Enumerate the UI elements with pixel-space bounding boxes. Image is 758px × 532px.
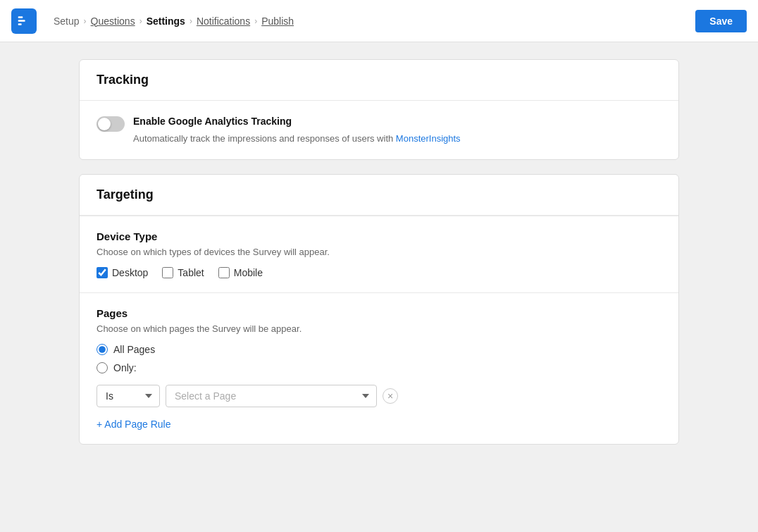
toggle-text: Enable Google Analytics Tracking Automat… xyxy=(133,115,461,145)
tracking-card-body: Enable Google Analytics Tracking Automat… xyxy=(80,101,678,159)
svg-rect-0 xyxy=(18,16,23,18)
only-radio-item[interactable]: Only: xyxy=(97,362,661,373)
all-pages-radio-item[interactable]: All Pages xyxy=(97,344,661,355)
add-page-rule-button[interactable]: + Add Page Rule xyxy=(97,419,170,430)
breadcrumb-questions[interactable]: Questions xyxy=(91,16,135,27)
desktop-checkbox-item[interactable]: Desktop xyxy=(97,267,148,278)
mobile-label: Mobile xyxy=(234,267,263,278)
tablet-label: Tablet xyxy=(178,267,204,278)
toggle-label: Enable Google Analytics Tracking xyxy=(133,115,461,129)
save-button[interactable]: Save xyxy=(695,10,747,32)
remove-rule-button[interactable]: × xyxy=(383,388,398,404)
breadcrumb-setup: Setup xyxy=(54,16,80,27)
breadcrumb-sep-1: › xyxy=(84,16,87,26)
targeting-card: Targeting Device Type Choose on which ty… xyxy=(79,174,679,445)
only-label: Only: xyxy=(113,362,137,373)
breadcrumb-sep-3: › xyxy=(190,16,192,26)
device-type-section: Device Type Choose on which types of dev… xyxy=(80,216,678,292)
tracking-card: Tracking Enable Google Analytics Trackin… xyxy=(79,59,679,160)
desktop-checkbox[interactable] xyxy=(97,267,108,278)
app-logo xyxy=(11,8,37,34)
pages-radio-group: All Pages Only: xyxy=(97,344,661,373)
main-content: Tracking Enable Google Analytics Trackin… xyxy=(62,42,696,476)
breadcrumb-sep-2: › xyxy=(139,16,142,26)
page-rule-row: Is Is Not Select a Page × xyxy=(97,385,661,407)
breadcrumb-notifications[interactable]: Notifications xyxy=(197,16,250,27)
targeting-title: Targeting xyxy=(97,187,661,202)
tablet-checkbox[interactable] xyxy=(162,267,173,278)
device-type-title: Device Type xyxy=(97,230,661,242)
svg-rect-1 xyxy=(18,20,25,22)
breadcrumb-sep-4: › xyxy=(254,16,257,26)
pages-title: Pages xyxy=(97,307,661,319)
rule-page-select[interactable]: Select a Page xyxy=(166,385,377,407)
all-pages-radio[interactable] xyxy=(97,344,108,355)
toggle-desc-prefix: Automatically track the impressions and … xyxy=(133,133,396,144)
only-radio[interactable] xyxy=(97,362,108,373)
device-checkbox-row: Desktop Tablet Mobile xyxy=(97,267,661,278)
pages-section: Pages Choose on which pages the Survey w… xyxy=(80,292,678,444)
device-type-desc: Choose on which types of devices the Sur… xyxy=(97,247,661,257)
toggle-slider xyxy=(97,116,125,132)
tracking-title: Tracking xyxy=(97,73,661,87)
breadcrumb-settings: Settings xyxy=(147,16,185,27)
toggle-desc: Automatically track the impressions and … xyxy=(133,132,461,146)
targeting-card-header: Targeting xyxy=(80,175,678,216)
breadcrumb: Setup › Questions › Settings › Notificat… xyxy=(54,16,294,27)
tablet-checkbox-item[interactable]: Tablet xyxy=(162,267,204,278)
remove-rule-icon: × xyxy=(387,390,393,402)
rule-condition-select[interactable]: Is Is Not xyxy=(97,385,160,407)
mobile-checkbox[interactable] xyxy=(218,267,230,278)
all-pages-label: All Pages xyxy=(113,344,155,355)
breadcrumb-publish[interactable]: Publish xyxy=(261,16,294,27)
monsterinsights-link[interactable]: MonsterInsights xyxy=(396,133,461,144)
tracking-card-header: Tracking xyxy=(80,60,678,101)
pages-desc: Choose on which pages the Survey will be… xyxy=(97,323,661,334)
svg-rect-2 xyxy=(18,23,22,25)
app-header: Setup › Questions › Settings › Notificat… xyxy=(0,0,758,42)
analytics-toggle[interactable] xyxy=(97,116,125,132)
desktop-label: Desktop xyxy=(112,267,148,278)
tracking-toggle-row: Enable Google Analytics Tracking Automat… xyxy=(97,115,661,145)
mobile-checkbox-item[interactable]: Mobile xyxy=(218,267,263,278)
